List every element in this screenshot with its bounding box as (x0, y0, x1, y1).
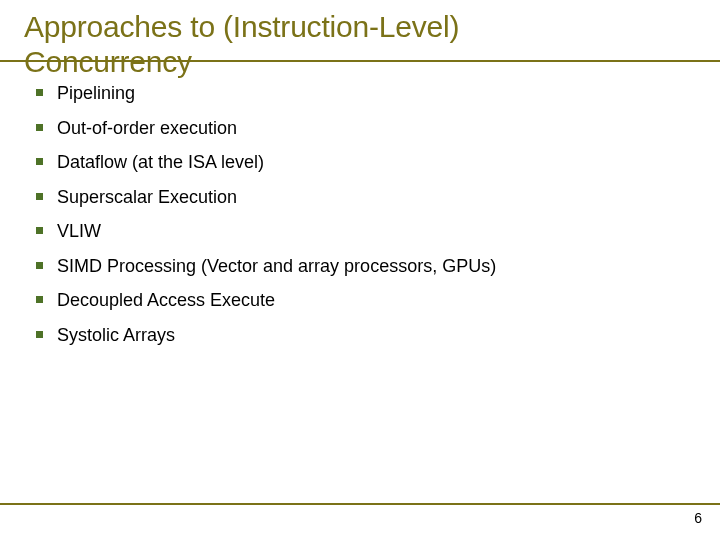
list-item-label: Systolic Arrays (57, 324, 175, 347)
bullet-icon (36, 331, 43, 338)
slide-title: Approaches to (Instruction-Level) Concur… (24, 10, 459, 79)
list-item: Dataflow (at the ISA level) (36, 151, 676, 174)
bullet-icon (36, 158, 43, 165)
list-item: VLIW (36, 220, 676, 243)
list-item-label: Pipelining (57, 82, 135, 105)
list-item-label: SIMD Processing (Vector and array proces… (57, 255, 496, 278)
bullet-icon (36, 89, 43, 96)
bullet-icon (36, 227, 43, 234)
bullet-list: Pipelining Out-of-order execution Datafl… (36, 82, 676, 358)
list-item: Superscalar Execution (36, 186, 676, 209)
list-item-label: Superscalar Execution (57, 186, 237, 209)
bullet-icon (36, 193, 43, 200)
list-item-label: Decoupled Access Execute (57, 289, 275, 312)
title-line-1: Approaches to (Instruction-Level) (24, 10, 459, 43)
list-item-label: Dataflow (at the ISA level) (57, 151, 264, 174)
page-number: 6 (694, 510, 702, 526)
list-item: Decoupled Access Execute (36, 289, 676, 312)
bullet-icon (36, 262, 43, 269)
divider-bottom (0, 503, 720, 505)
list-item-label: Out-of-order execution (57, 117, 237, 140)
list-item: Out-of-order execution (36, 117, 676, 140)
list-item: Systolic Arrays (36, 324, 676, 347)
bullet-icon (36, 124, 43, 131)
list-item: Pipelining (36, 82, 676, 105)
list-item-label: VLIW (57, 220, 101, 243)
slide: Approaches to (Instruction-Level) Concur… (0, 0, 720, 540)
list-item: SIMD Processing (Vector and array proces… (36, 255, 676, 278)
divider-top (0, 60, 720, 62)
bullet-icon (36, 296, 43, 303)
